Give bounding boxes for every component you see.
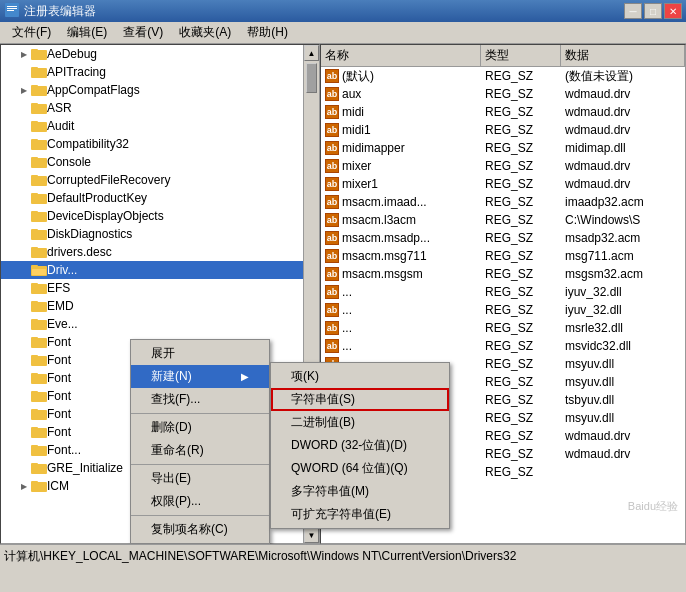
svg-rect-42	[31, 373, 38, 376]
ctx-export[interactable]: 导出(E)	[131, 467, 269, 490]
detail-row[interactable]: ab midi1 REG_SZ wdmaud.drv	[321, 121, 685, 139]
svg-rect-27	[31, 247, 38, 250]
scroll-up-button[interactable]: ▲	[304, 45, 319, 61]
ctx-separator	[131, 464, 269, 465]
tree-item[interactable]: CorruptedFileRecovery	[1, 171, 319, 189]
detail-row[interactable]: ab (默认) REG_SZ (数值未设置)	[321, 67, 685, 85]
ctx-copy-name[interactable]: 复制项名称(C)	[131, 518, 269, 541]
scroll-thumb[interactable]	[306, 63, 317, 93]
scroll-down-button[interactable]: ▼	[304, 527, 319, 543]
svg-rect-2	[7, 8, 17, 9]
tree-item-label: Driv...	[47, 263, 77, 277]
ctx-separator	[131, 413, 269, 414]
reg-name-cell: ab msacm.msg711	[321, 249, 481, 263]
tree-item[interactable]: DeviceDisplayObjects	[1, 207, 319, 225]
tree-item[interactable]: ▶ AeDebug	[1, 45, 319, 63]
sub-item-qword[interactable]: QWORD (64 位值)(Q)	[271, 457, 449, 480]
sub-item-multistring[interactable]: 多字符串值(M)	[271, 480, 449, 503]
tree-item[interactable]: Console	[1, 153, 319, 171]
detail-row[interactable]: ab msacm.l3acm REG_SZ C:\Windows\S	[321, 211, 685, 229]
submenu-arrow-icon: ▶	[241, 371, 249, 382]
detail-row[interactable]: ab msacm.imaad... REG_SZ imaadp32.acm	[321, 193, 685, 211]
tree-item[interactable]: Audit	[1, 117, 319, 135]
folder-icon	[31, 137, 47, 151]
svg-rect-23	[31, 211, 38, 214]
watermark: Baidu经验	[628, 499, 678, 514]
menu-help[interactable]: 帮助(H)	[239, 22, 296, 43]
reg-name-cell: ab mixer1	[321, 177, 481, 191]
folder-icon	[31, 101, 47, 115]
tree-item[interactable]: Eve...	[1, 315, 319, 333]
tree-item[interactable]: APITracing	[1, 63, 319, 81]
tree-item-label: AppCompatFlags	[47, 83, 140, 97]
detail-row[interactable]: ab ... REG_SZ iyuv_32.dll	[321, 301, 685, 319]
detail-row[interactable]: ab midi REG_SZ wdmaud.drv	[321, 103, 685, 121]
tree-item[interactable]: DefaultProductKey	[1, 189, 319, 207]
sub-item-dword[interactable]: DWORD (32-位值)(D)	[271, 434, 449, 457]
menu-view[interactable]: 查看(V)	[115, 22, 171, 43]
reg-name: midimapper	[342, 141, 405, 155]
detail-row[interactable]: ab ... REG_SZ msrle32.dll	[321, 319, 685, 337]
tree-item[interactable]: drivers.desc	[1, 243, 319, 261]
ctx-delete[interactable]: 删除(D)	[131, 416, 269, 439]
menu-edit[interactable]: 编辑(E)	[59, 22, 115, 43]
reg-value-icon: ab	[325, 69, 339, 83]
detail-row[interactable]: ab mixer REG_SZ wdmaud.drv	[321, 157, 685, 175]
close-button[interactable]: ✕	[664, 3, 682, 19]
menu-file[interactable]: 文件(F)	[4, 22, 59, 43]
ctx-new[interactable]: 新建(N) ▶	[131, 365, 269, 388]
detail-row[interactable]: ab aux REG_SZ wdmaud.drv	[321, 85, 685, 103]
sub-item-key[interactable]: 项(K)	[271, 365, 449, 388]
sub-item-expandstring[interactable]: 可扩充字符串值(E)	[271, 503, 449, 526]
tree-item[interactable]: ASR	[1, 99, 319, 117]
ctx-rename[interactable]: 重命名(R)	[131, 439, 269, 462]
tree-item-label: ICM	[47, 479, 69, 493]
detail-row[interactable]: ab msacm.msgsm REG_SZ msgsm32.acm	[321, 265, 685, 283]
folder-icon	[31, 119, 47, 133]
tree-item[interactable]: Compatibility32	[1, 135, 319, 153]
detail-row[interactable]: ab ... REG_SZ msvidc32.dll	[321, 337, 685, 355]
tree-item-label: EMD	[47, 299, 74, 313]
tree-item[interactable]: EMD	[1, 297, 319, 315]
reg-type-cell: REG_SZ	[481, 339, 561, 353]
detail-row[interactable]: ab msacm.msadp... REG_SZ msadp32.acm	[321, 229, 685, 247]
minimize-button[interactable]: ─	[624, 3, 642, 19]
folder-icon	[31, 407, 47, 421]
reg-type-cell: REG_SZ	[481, 285, 561, 299]
svg-rect-44	[31, 391, 38, 394]
reg-type-cell: REG_SZ	[481, 375, 561, 389]
tree-item-label: Console	[47, 155, 91, 169]
detail-row[interactable]: ab msacm.msg711 REG_SZ msg711.acm	[321, 247, 685, 265]
folder-icon	[31, 173, 47, 187]
detail-row[interactable]: ab ... REG_SZ iyuv_32.dll	[321, 283, 685, 301]
reg-value-icon: ab	[325, 249, 339, 263]
tree-item-label: Font	[47, 425, 71, 439]
status-text: 计算机\HKEY_LOCAL_MACHINE\SOFTWARE\Microsof…	[4, 548, 516, 565]
menu-favorites[interactable]: 收藏夹(A)	[171, 22, 239, 43]
tree-item[interactable]: ▶ AppCompatFlags	[1, 81, 319, 99]
reg-value-icon: ab	[325, 303, 339, 317]
folder-icon	[31, 317, 47, 331]
folder-icon	[31, 155, 47, 169]
svg-rect-48	[31, 427, 38, 430]
reg-name-cell: ab ...	[321, 285, 481, 299]
tree-item-label: Font	[47, 407, 71, 421]
tree-item-selected[interactable]: Driv...	[1, 261, 319, 279]
tree-item[interactable]: DiskDiagnostics	[1, 225, 319, 243]
ctx-permissions[interactable]: 权限(P)...	[131, 490, 269, 513]
svg-rect-7	[31, 67, 38, 70]
reg-data-cell: wdmaud.drv	[561, 159, 685, 173]
reg-name: msacm.msgsm	[342, 267, 423, 281]
sub-item-string[interactable]: 字符串值(S)	[271, 388, 449, 411]
maximize-button[interactable]: □	[644, 3, 662, 19]
ctx-expand[interactable]: 展开	[131, 342, 269, 365]
reg-name-cell: ab aux	[321, 87, 481, 101]
detail-row[interactable]: ab mixer1 REG_SZ wdmaud.drv	[321, 175, 685, 193]
detail-row[interactable]: ab midimapper REG_SZ midimap.dll	[321, 139, 685, 157]
reg-data-cell: msgsm32.acm	[561, 267, 685, 281]
ctx-find[interactable]: 查找(F)...	[131, 388, 269, 411]
svg-rect-30	[32, 269, 46, 275]
chevron-right-icon: ▶	[21, 50, 31, 59]
tree-item[interactable]: EFS	[1, 279, 319, 297]
sub-item-binary[interactable]: 二进制值(B)	[271, 411, 449, 434]
